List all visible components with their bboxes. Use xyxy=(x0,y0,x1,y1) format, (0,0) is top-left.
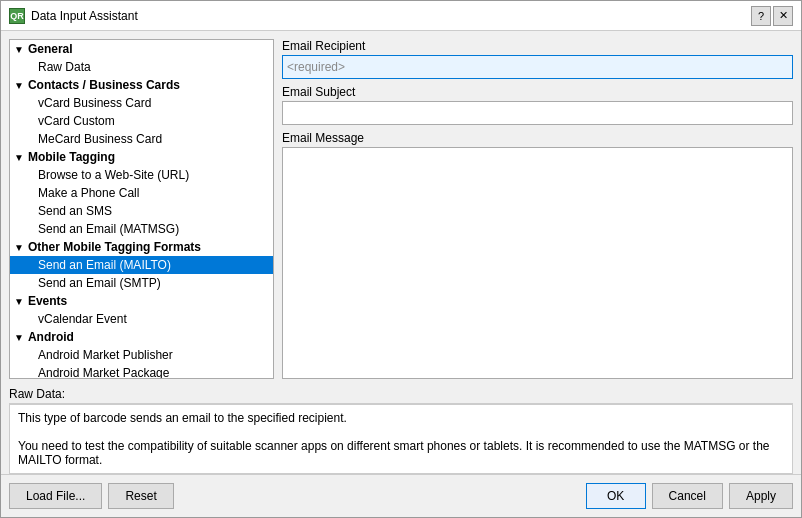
tree-item-vcalendar[interactable]: vCalendar Event xyxy=(10,310,273,328)
info-area: This type of barcode sends an email to t… xyxy=(9,403,793,474)
tree-item-mecard-business[interactable]: MeCard Business Card xyxy=(10,130,273,148)
tree-group-general-label: General xyxy=(28,42,73,56)
email-message-label: Email Message xyxy=(282,131,793,145)
ok-button[interactable]: OK xyxy=(586,483,646,509)
tree-group-other-mobile-label: Other Mobile Tagging Formats xyxy=(28,240,201,254)
email-message-group: Email Message xyxy=(282,131,793,379)
tree-item-vcard-business[interactable]: vCard Business Card xyxy=(10,94,273,112)
dialog-window: QR Data Input Assistant ? ✕ ▼ General Ra… xyxy=(0,0,802,518)
load-file-button[interactable]: Load File... xyxy=(9,483,102,509)
tree-item-send-email-matmsg[interactable]: Send an Email (MATMSG) xyxy=(10,220,273,238)
tree-group-android-label: Android xyxy=(28,330,74,344)
tree-group-general[interactable]: ▼ General xyxy=(10,40,273,58)
tree-item-vcard-custom[interactable]: vCard Custom xyxy=(10,112,273,130)
tree-item-vcard-custom-label: vCard Custom xyxy=(38,114,115,128)
chevron-general-icon: ▼ xyxy=(14,44,24,55)
email-message-textarea[interactable] xyxy=(282,147,793,379)
tree-item-send-sms-label: Send an SMS xyxy=(38,204,112,218)
tree-group-android[interactable]: ▼ Android xyxy=(10,328,273,346)
footer-right-buttons: OK Cancel Apply xyxy=(586,483,793,509)
title-bar-left: QR Data Input Assistant xyxy=(9,8,138,24)
tree-item-send-email-mailto-label: Send an Email (MAILTO) xyxy=(38,258,171,272)
help-button[interactable]: ? xyxy=(751,6,771,26)
tree-item-send-email-smtp[interactable]: Send an Email (SMTP) xyxy=(10,274,273,292)
email-subject-input[interactable] xyxy=(282,101,793,125)
tree-item-make-phone-label: Make a Phone Call xyxy=(38,186,139,200)
tree-group-mobile-tagging-label: Mobile Tagging xyxy=(28,150,115,164)
tree-item-send-email-mailto[interactable]: Send an Email (MAILTO) xyxy=(10,256,273,274)
email-recipient-input[interactable] xyxy=(282,55,793,79)
tree-item-vcalendar-label: vCalendar Event xyxy=(38,312,127,326)
email-recipient-label: Email Recipient xyxy=(282,39,793,53)
tree-group-events[interactable]: ▼ Events xyxy=(10,292,273,310)
tree-item-mecard-business-label: MeCard Business Card xyxy=(38,132,162,146)
tree-item-make-phone[interactable]: Make a Phone Call xyxy=(10,184,273,202)
raw-data-label: Raw Data: xyxy=(9,387,793,401)
reset-button[interactable]: Reset xyxy=(108,483,173,509)
email-subject-label: Email Subject xyxy=(282,85,793,99)
tree-item-android-market-publisher-label: Android Market Publisher xyxy=(38,348,173,362)
email-recipient-group: Email Recipient xyxy=(282,39,793,79)
chevron-events-icon: ▼ xyxy=(14,296,24,307)
form-panel: Email Recipient Email Subject Email Mess… xyxy=(282,39,793,379)
email-subject-group: Email Subject xyxy=(282,85,793,125)
app-icon: QR xyxy=(9,8,25,24)
title-bar-buttons: ? ✕ xyxy=(751,6,793,26)
tree-item-raw-data-label: Raw Data xyxy=(38,60,91,74)
tree-item-android-market-publisher[interactable]: Android Market Publisher xyxy=(10,346,273,364)
footer: Load File... Reset OK Cancel Apply xyxy=(1,474,801,517)
tree-item-raw-data[interactable]: Raw Data xyxy=(10,58,273,76)
cancel-button[interactable]: Cancel xyxy=(652,483,723,509)
title-bar: QR Data Input Assistant ? ✕ xyxy=(1,1,801,31)
info-line1: This type of barcode sends an email to t… xyxy=(18,411,784,425)
tree-group-contacts-label: Contacts / Business Cards xyxy=(28,78,180,92)
info-line2: You need to test the compatibility of su… xyxy=(18,439,784,467)
tree-item-send-email-smtp-label: Send an Email (SMTP) xyxy=(38,276,161,290)
tree-group-contacts[interactable]: ▼ Contacts / Business Cards xyxy=(10,76,273,94)
tree-item-android-market-package-label: Android Market Package xyxy=(38,366,169,379)
tree-item-send-sms[interactable]: Send an SMS xyxy=(10,202,273,220)
footer-left-buttons: Load File... Reset xyxy=(9,483,174,509)
dialog-title: Data Input Assistant xyxy=(31,9,138,23)
chevron-other-mobile-icon: ▼ xyxy=(14,242,24,253)
tree-group-events-label: Events xyxy=(28,294,67,308)
tree-item-send-email-matmsg-label: Send an Email (MATMSG) xyxy=(38,222,179,236)
tree-panel: ▼ General Raw Data ▼ Contacts / Business… xyxy=(9,39,274,379)
tree-group-mobile-tagging[interactable]: ▼ Mobile Tagging xyxy=(10,148,273,166)
chevron-contacts-icon: ▼ xyxy=(14,80,24,91)
apply-button[interactable]: Apply xyxy=(729,483,793,509)
close-button[interactable]: ✕ xyxy=(773,6,793,26)
tree-item-browse-url-label: Browse to a Web-Site (URL) xyxy=(38,168,189,182)
tree-item-android-market-package[interactable]: Android Market Package xyxy=(10,364,273,379)
tree-item-vcard-business-label: vCard Business Card xyxy=(38,96,151,110)
chevron-android-icon: ▼ xyxy=(14,332,24,343)
chevron-mobile-icon: ▼ xyxy=(14,152,24,163)
tree-group-other-mobile[interactable]: ▼ Other Mobile Tagging Formats xyxy=(10,238,273,256)
tree-item-browse-url[interactable]: Browse to a Web-Site (URL) xyxy=(10,166,273,184)
dialog-body: ▼ General Raw Data ▼ Contacts / Business… xyxy=(1,31,801,387)
